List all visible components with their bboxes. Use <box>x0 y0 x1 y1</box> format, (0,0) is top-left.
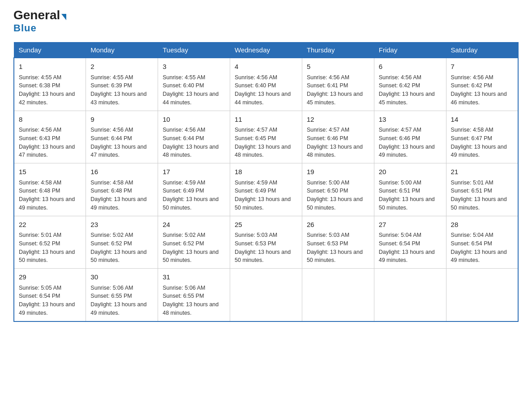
day-number: 7 <box>451 62 513 72</box>
day-number: 1 <box>19 62 81 72</box>
day-info: Sunrise: 5:04 AMSunset: 6:54 PMDaylight:… <box>451 232 507 263</box>
day-number: 4 <box>235 62 297 72</box>
calendar-cell: 21 Sunrise: 5:01 AMSunset: 6:51 PMDaylig… <box>446 163 518 216</box>
calendar-cell: 1 Sunrise: 4:55 AMSunset: 6:38 PMDayligh… <box>14 58 86 111</box>
day-info: Sunrise: 4:55 AMSunset: 6:40 PMDaylight:… <box>163 74 219 106</box>
day-info: Sunrise: 4:57 AMSunset: 6:46 PMDaylight:… <box>307 127 363 158</box>
day-info: Sunrise: 4:56 AMSunset: 6:42 PMDaylight:… <box>451 74 507 106</box>
calendar-cell: 27 Sunrise: 5:04 AMSunset: 6:54 PMDaylig… <box>374 216 446 269</box>
calendar-cell: 16 Sunrise: 4:58 AMSunset: 6:48 PMDaylig… <box>86 163 158 216</box>
day-number: 12 <box>307 115 369 125</box>
calendar-header: SundayMondayTuesdayWednesdayThursdayFrid… <box>14 43 518 58</box>
day-number: 29 <box>19 272 81 283</box>
day-number: 13 <box>379 115 442 125</box>
day-number: 14 <box>451 115 513 125</box>
calendar-cell: 18 Sunrise: 4:59 AMSunset: 6:49 PMDaylig… <box>230 163 302 216</box>
col-header-sunday: Sunday <box>14 43 86 58</box>
day-number: 15 <box>19 167 81 177</box>
calendar-cell <box>446 269 518 321</box>
day-number: 27 <box>379 220 442 230</box>
day-number: 2 <box>90 62 153 72</box>
day-number: 11 <box>235 115 297 125</box>
calendar-table: SundayMondayTuesdayWednesdayThursdayFrid… <box>13 42 519 322</box>
day-number: 20 <box>379 167 442 177</box>
day-info: Sunrise: 4:56 AMSunset: 6:43 PMDaylight:… <box>19 127 75 158</box>
calendar-cell <box>374 269 446 321</box>
day-number: 5 <box>307 62 369 72</box>
day-number: 31 <box>163 272 225 283</box>
calendar-cell: 11 Sunrise: 4:57 AMSunset: 6:45 PMDaylig… <box>230 111 302 163</box>
day-number: 3 <box>163 62 225 72</box>
calendar-cell: 15 Sunrise: 4:58 AMSunset: 6:48 PMDaylig… <box>14 163 86 216</box>
calendar-week-row: 8 Sunrise: 4:56 AMSunset: 6:43 PMDayligh… <box>14 111 518 163</box>
day-info: Sunrise: 5:03 AMSunset: 6:53 PMDaylight:… <box>307 232 363 263</box>
calendar-cell: 3 Sunrise: 4:55 AMSunset: 6:40 PMDayligh… <box>158 58 230 111</box>
calendar-week-row: 1 Sunrise: 4:55 AMSunset: 6:38 PMDayligh… <box>14 58 518 111</box>
day-info: Sunrise: 5:01 AMSunset: 6:52 PMDaylight:… <box>19 232 75 263</box>
col-header-friday: Friday <box>374 43 446 58</box>
day-number: 9 <box>90 115 153 125</box>
day-info: Sunrise: 5:02 AMSunset: 6:52 PMDaylight:… <box>163 232 219 263</box>
calendar-cell: 26 Sunrise: 5:03 AMSunset: 6:53 PMDaylig… <box>302 216 374 269</box>
day-info: Sunrise: 5:05 AMSunset: 6:54 PMDaylight:… <box>19 285 75 316</box>
day-number: 17 <box>163 167 225 177</box>
day-info: Sunrise: 4:56 AMSunset: 6:42 PMDaylight:… <box>379 74 435 106</box>
day-info: Sunrise: 4:56 AMSunset: 6:44 PMDaylight:… <box>90 127 146 158</box>
calendar-cell: 20 Sunrise: 5:00 AMSunset: 6:51 PMDaylig… <box>374 163 446 216</box>
day-info: Sunrise: 4:58 AMSunset: 6:48 PMDaylight:… <box>90 180 146 211</box>
day-number: 6 <box>379 62 442 72</box>
calendar-cell: 25 Sunrise: 5:03 AMSunset: 6:53 PMDaylig… <box>230 216 302 269</box>
calendar-cell: 17 Sunrise: 4:59 AMSunset: 6:49 PMDaylig… <box>158 163 230 216</box>
calendar-cell: 14 Sunrise: 4:58 AMSunset: 6:47 PMDaylig… <box>446 111 518 163</box>
day-number: 8 <box>19 115 81 125</box>
col-header-saturday: Saturday <box>446 43 518 58</box>
calendar-cell: 29 Sunrise: 5:05 AMSunset: 6:54 PMDaylig… <box>14 269 86 321</box>
calendar-cell: 30 Sunrise: 5:06 AMSunset: 6:55 PMDaylig… <box>86 269 158 321</box>
calendar-cell: 4 Sunrise: 4:56 AMSunset: 6:40 PMDayligh… <box>230 58 302 111</box>
day-info: Sunrise: 5:00 AMSunset: 6:51 PMDaylight:… <box>379 180 435 211</box>
calendar-week-row: 15 Sunrise: 4:58 AMSunset: 6:48 PMDaylig… <box>14 163 518 216</box>
logo: General Blue <box>13 9 66 34</box>
calendar-cell: 5 Sunrise: 4:56 AMSunset: 6:41 PMDayligh… <box>302 58 374 111</box>
day-number: 22 <box>19 220 81 230</box>
day-info: Sunrise: 4:56 AMSunset: 6:44 PMDaylight:… <box>163 127 219 158</box>
day-number: 23 <box>90 220 153 230</box>
day-info: Sunrise: 5:06 AMSunset: 6:55 PMDaylight:… <box>163 285 219 316</box>
day-info: Sunrise: 4:56 AMSunset: 6:41 PMDaylight:… <box>307 74 363 106</box>
day-number: 18 <box>235 167 297 177</box>
day-number: 26 <box>307 220 369 230</box>
day-number: 28 <box>451 220 513 230</box>
day-number: 25 <box>235 220 297 230</box>
day-info: Sunrise: 4:58 AMSunset: 6:48 PMDaylight:… <box>19 180 75 211</box>
day-info: Sunrise: 4:59 AMSunset: 6:49 PMDaylight:… <box>163 180 219 211</box>
calendar-cell: 2 Sunrise: 4:55 AMSunset: 6:39 PMDayligh… <box>86 58 158 111</box>
day-info: Sunrise: 5:06 AMSunset: 6:55 PMDaylight:… <box>90 285 146 316</box>
day-info: Sunrise: 4:58 AMSunset: 6:47 PMDaylight:… <box>451 127 507 158</box>
col-header-wednesday: Wednesday <box>230 43 302 58</box>
day-number: 19 <box>307 167 369 177</box>
day-info: Sunrise: 5:03 AMSunset: 6:53 PMDaylight:… <box>235 232 291 263</box>
logo-general-text: General <box>13 9 66 21</box>
day-number: 30 <box>90 272 153 283</box>
calendar-week-row: 22 Sunrise: 5:01 AMSunset: 6:52 PMDaylig… <box>14 216 518 269</box>
calendar-week-row: 29 Sunrise: 5:05 AMSunset: 6:54 PMDaylig… <box>14 269 518 321</box>
day-info: Sunrise: 5:00 AMSunset: 6:50 PMDaylight:… <box>307 180 363 211</box>
page-header: General Blue <box>13 9 519 34</box>
day-number: 24 <box>163 220 225 230</box>
day-info: Sunrise: 4:55 AMSunset: 6:39 PMDaylight:… <box>90 74 146 106</box>
col-header-thursday: Thursday <box>302 43 374 58</box>
calendar-cell: 28 Sunrise: 5:04 AMSunset: 6:54 PMDaylig… <box>446 216 518 269</box>
day-info: Sunrise: 4:57 AMSunset: 6:46 PMDaylight:… <box>379 127 435 158</box>
calendar-cell: 6 Sunrise: 4:56 AMSunset: 6:42 PMDayligh… <box>374 58 446 111</box>
calendar-cell <box>230 269 302 321</box>
logo-blue-text: Blue <box>13 22 37 34</box>
col-header-monday: Monday <box>86 43 158 58</box>
day-number: 10 <box>163 115 225 125</box>
calendar-cell: 12 Sunrise: 4:57 AMSunset: 6:46 PMDaylig… <box>302 111 374 163</box>
day-info: Sunrise: 5:02 AMSunset: 6:52 PMDaylight:… <box>90 232 146 263</box>
calendar-cell: 24 Sunrise: 5:02 AMSunset: 6:52 PMDaylig… <box>158 216 230 269</box>
day-number: 16 <box>90 167 153 177</box>
day-info: Sunrise: 5:04 AMSunset: 6:54 PMDaylight:… <box>379 232 435 263</box>
day-info: Sunrise: 4:59 AMSunset: 6:49 PMDaylight:… <box>235 180 291 211</box>
day-info: Sunrise: 5:01 AMSunset: 6:51 PMDaylight:… <box>451 180 507 211</box>
